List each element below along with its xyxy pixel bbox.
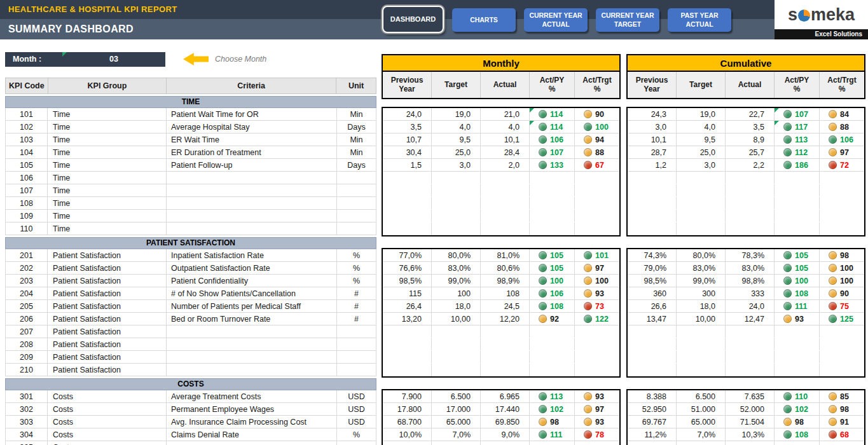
actual-cell[interactable]: [726, 441, 775, 445]
target-cell[interactable]: 18,0: [432, 300, 481, 312]
target-cell[interactable]: 4,0: [677, 121, 726, 133]
charts-button[interactable]: CHARTS: [452, 8, 516, 32]
criteria-cell[interactable]: [167, 222, 337, 235]
kpi-code-cell[interactable]: 207: [5, 325, 48, 338]
previous-year-cell[interactable]: 74,3%: [628, 249, 677, 261]
act-py-cell[interactable]: [775, 172, 820, 184]
previous-year-cell[interactable]: [383, 364, 432, 376]
act-trgt-cell[interactable]: 122: [575, 313, 619, 325]
actual-cell[interactable]: [481, 441, 530, 445]
act-py-cell[interactable]: [775, 364, 820, 376]
previous-year-cell[interactable]: 28,7: [628, 146, 677, 158]
previous-year-cell[interactable]: 24,3: [628, 108, 677, 120]
act-trgt-cell[interactable]: 78: [575, 428, 619, 441]
act-py-cell[interactable]: [530, 210, 575, 222]
previous-year-cell[interactable]: 13,20: [383, 313, 432, 325]
act-py-cell[interactable]: 102: [775, 403, 820, 415]
unit-cell[interactable]: [337, 222, 376, 235]
target-cell[interactable]: [432, 441, 481, 445]
previous-year-cell[interactable]: [628, 172, 677, 184]
previous-year-cell[interactable]: [628, 197, 677, 209]
kpi-group-cell[interactable]: Time: [48, 222, 167, 235]
act-py-cell[interactable]: 108: [530, 300, 575, 312]
previous-year-cell[interactable]: [383, 325, 432, 338]
act-trgt-cell[interactable]: 68: [820, 428, 864, 441]
act-py-cell[interactable]: [530, 441, 575, 445]
previous-year-cell[interactable]: [383, 197, 432, 209]
target-cell[interactable]: [677, 184, 726, 196]
previous-year-cell[interactable]: 8.388: [628, 390, 677, 402]
actual-cell[interactable]: [726, 210, 775, 222]
kpi-code-cell[interactable]: 106: [5, 172, 48, 184]
criteria-cell[interactable]: ER Wait Time: [167, 134, 337, 146]
act-py-cell[interactable]: 108: [775, 428, 820, 441]
target-cell[interactable]: 6.500: [677, 390, 726, 402]
previous-year-cell[interactable]: [383, 338, 432, 350]
actual-cell[interactable]: 17.440: [481, 403, 530, 415]
actual-cell[interactable]: 80,6%: [481, 262, 530, 274]
act-py-cell[interactable]: [530, 172, 575, 184]
target-cell[interactable]: [677, 222, 726, 235]
act-trgt-cell[interactable]: [575, 197, 619, 209]
target-cell[interactable]: [432, 338, 481, 350]
actual-cell[interactable]: 78,3%: [726, 249, 775, 261]
previous-year-cell[interactable]: 24,0: [383, 108, 432, 120]
previous-year-cell[interactable]: 3,5: [383, 121, 432, 133]
act-trgt-cell[interactable]: 93: [575, 287, 619, 299]
act-py-cell[interactable]: [530, 184, 575, 196]
previous-year-cell[interactable]: 77,0%: [383, 249, 432, 261]
kpi-code-cell[interactable]: 205: [5, 300, 48, 312]
unit-cell[interactable]: [337, 210, 376, 222]
actual-cell[interactable]: [481, 197, 530, 209]
actual-cell[interactable]: [726, 197, 775, 209]
previous-year-cell[interactable]: [628, 222, 677, 235]
target-cell[interactable]: [432, 197, 481, 209]
actual-cell[interactable]: 12,47: [726, 313, 775, 325]
criteria-cell[interactable]: Permanent Employee Wages: [167, 403, 337, 415]
previous-year-cell[interactable]: [628, 351, 677, 363]
target-cell[interactable]: 300: [677, 287, 726, 299]
previous-year-cell[interactable]: 98,5%: [383, 275, 432, 287]
target-cell[interactable]: [432, 222, 481, 235]
actual-cell[interactable]: [726, 184, 775, 196]
target-cell[interactable]: 51.000: [677, 403, 726, 415]
act-trgt-cell[interactable]: 100: [575, 275, 619, 287]
act-py-cell[interactable]: 92: [530, 313, 575, 325]
criteria-cell[interactable]: [167, 351, 337, 363]
kpi-code-cell[interactable]: 104: [5, 146, 48, 158]
actual-cell[interactable]: 28,4: [481, 146, 530, 158]
kpi-code-cell[interactable]: 208: [5, 338, 48, 350]
previous-year-cell[interactable]: 69.767: [628, 416, 677, 428]
actual-cell[interactable]: 25,7: [726, 146, 775, 158]
previous-year-cell[interactable]: 13,47: [628, 313, 677, 325]
unit-cell[interactable]: %: [337, 428, 376, 441]
kpi-code-cell[interactable]: 101: [5, 108, 48, 120]
act-trgt-cell[interactable]: [575, 338, 619, 350]
act-trgt-cell[interactable]: [820, 338, 864, 350]
target-cell[interactable]: [677, 172, 726, 184]
actual-cell[interactable]: [726, 222, 775, 235]
previous-year-cell[interactable]: 26,6: [628, 300, 677, 312]
act-trgt-cell[interactable]: [820, 210, 864, 222]
kpi-code-cell[interactable]: 109: [5, 210, 48, 222]
month-value[interactable]: 03: [62, 52, 165, 67]
criteria-cell[interactable]: Bed or Room Turnover Rate: [167, 313, 337, 325]
actual-cell[interactable]: 21,0: [481, 108, 530, 120]
target-cell[interactable]: 99,0%: [677, 275, 726, 287]
target-cell[interactable]: 9,5: [432, 134, 481, 146]
unit-cell[interactable]: [337, 184, 376, 196]
act-py-cell[interactable]: 106: [530, 134, 575, 146]
act-trgt-cell[interactable]: 100: [820, 262, 864, 274]
target-cell[interactable]: 10,00: [677, 313, 726, 325]
kpi-code-cell[interactable]: 304: [5, 428, 48, 441]
act-py-cell[interactable]: [530, 338, 575, 350]
act-py-cell[interactable]: 111: [775, 300, 820, 312]
kpi-group-cell[interactable]: Patient Satisfaction: [48, 338, 167, 350]
criteria-cell[interactable]: [167, 210, 337, 222]
unit-cell[interactable]: [337, 351, 376, 363]
target-cell[interactable]: [432, 325, 481, 338]
actual-cell[interactable]: 81,0%: [481, 249, 530, 261]
act-py-cell[interactable]: 105: [530, 249, 575, 261]
actual-cell[interactable]: 2,0: [481, 159, 530, 171]
criteria-cell[interactable]: Number of Patients per Medical Staff: [167, 300, 337, 312]
